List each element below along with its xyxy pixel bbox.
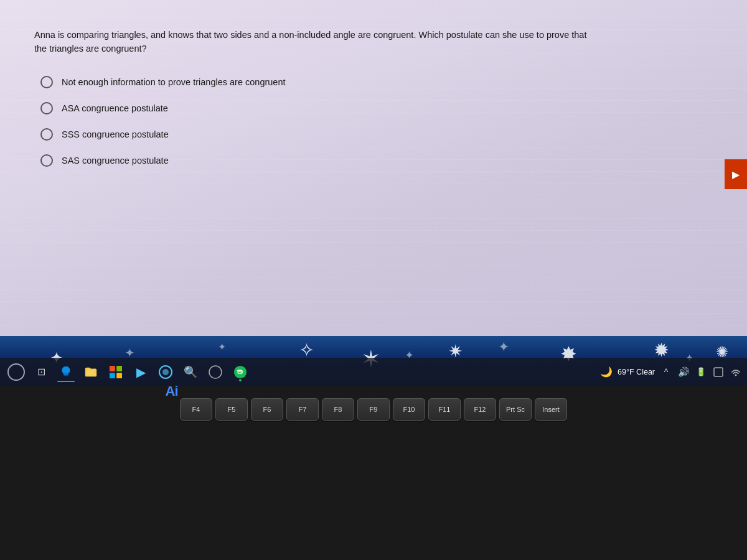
key-f7[interactable]: F7 — [286, 398, 319, 421]
option-label-2: SSS congruence postulate — [62, 129, 169, 139]
radio-3[interactable] — [40, 154, 53, 167]
quiz-content: Anna is comparing triangles, and knows t… — [0, 0, 747, 185]
next-button[interactable] — [725, 159, 747, 189]
quiz-area: Anna is comparing triangles, and knows t… — [0, 0, 747, 348]
keyboard-area: F4F5F6F7F8F9F10F11F12Prt ScInsert — [0, 386, 747, 560]
svg-rect-1 — [116, 366, 122, 371]
radio-2[interactable] — [40, 128, 53, 141]
option-item-1[interactable]: ASA congruence postulate — [40, 102, 713, 114]
notification-icon — [713, 367, 723, 377]
key-f8[interactable]: F8 — [322, 398, 354, 421]
speaker-icon: 🔊 — [678, 366, 690, 378]
svg-rect-3 — [116, 373, 122, 378]
battery-button[interactable]: 🔋 — [695, 366, 707, 378]
options-list: Not enough information to prove triangle… — [40, 76, 713, 167]
start-circle[interactable] — [7, 363, 25, 381]
file-explorer-button[interactable] — [80, 361, 102, 383]
key-insert[interactable]: Insert — [535, 398, 567, 421]
svg-rect-2 — [110, 373, 115, 378]
option-item-0[interactable]: Not enough information to prove triangle… — [40, 76, 713, 88]
ai-label: Ai — [154, 376, 189, 407]
key-prt-sc[interactable]: Prt Sc — [499, 398, 532, 421]
svg-rect-8 — [714, 368, 723, 376]
keyboard-wrapper: F4F5F6F7F8F9F10F11F12Prt ScInsert — [180, 398, 567, 424]
chevron-up-icon: ^ — [664, 367, 669, 377]
system-tray: 🌙 69°F Clear ^ 🔊 🔋 — [600, 366, 742, 378]
option-label-0: Not enough information to prove triangle… — [62, 77, 286, 87]
task-view-button[interactable]: ⊡ — [30, 361, 52, 383]
svg-rect-0 — [110, 366, 115, 371]
moon-icon: 🌙 — [600, 366, 613, 378]
mail-icon: ▶ — [136, 365, 146, 380]
edge-browser-button[interactable] — [55, 361, 77, 383]
windows-store-button[interactable] — [105, 361, 127, 383]
option-label-1: ASA congruence postulate — [62, 103, 168, 113]
tray-overflow-button[interactable]: ^ — [660, 366, 672, 378]
key-f11[interactable]: F11 — [428, 398, 461, 421]
wifi-button[interactable] — [730, 366, 742, 378]
svg-point-5 — [162, 369, 169, 375]
notification-button[interactable] — [712, 366, 725, 378]
key-f5[interactable]: F5 — [215, 398, 248, 421]
spotify-button[interactable] — [229, 361, 251, 383]
copilot-icon — [208, 365, 223, 380]
windows-start-button[interactable] — [5, 361, 27, 383]
svg-point-6 — [209, 366, 222, 378]
windows-grid-icon — [110, 366, 122, 378]
option-label-3: SAS congruence postulate — [62, 156, 169, 166]
key-f12[interactable]: F12 — [464, 398, 496, 421]
radio-1[interactable] — [40, 102, 53, 114]
spotify-icon — [233, 365, 247, 379]
extra-star-3: ✦ — [498, 339, 509, 355]
question-text: Anna is comparing triangles, and knows t… — [34, 28, 594, 56]
option-item-2[interactable]: SSS congruence postulate — [40, 128, 713, 141]
wifi-icon — [731, 367, 741, 377]
key-f6[interactable]: F6 — [251, 398, 283, 421]
taskbar: ⊡ ▶ 🔍 — [0, 358, 747, 386]
function-key-row: F4F5F6F7F8F9F10F11F12Prt ScInsert — [180, 398, 567, 421]
key-f9[interactable]: F9 — [357, 398, 390, 421]
key-f10[interactable]: F10 — [393, 398, 425, 421]
folder-icon — [84, 365, 98, 379]
task-view-icon: ⊡ — [37, 366, 45, 378]
radio-0[interactable] — [40, 76, 53, 88]
speaker-button[interactable]: 🔊 — [677, 366, 690, 378]
svg-point-9 — [735, 374, 736, 376]
edge-icon — [59, 365, 73, 379]
option-item-3[interactable]: SAS congruence postulate — [40, 154, 713, 167]
weather-display: 69°F Clear — [618, 368, 655, 376]
extra-star-1: ✦ — [218, 341, 226, 353]
battery-icon: 🔋 — [696, 367, 706, 376]
copilot-button[interactable] — [204, 361, 227, 383]
mail-button[interactable]: ▶ — [129, 361, 152, 383]
